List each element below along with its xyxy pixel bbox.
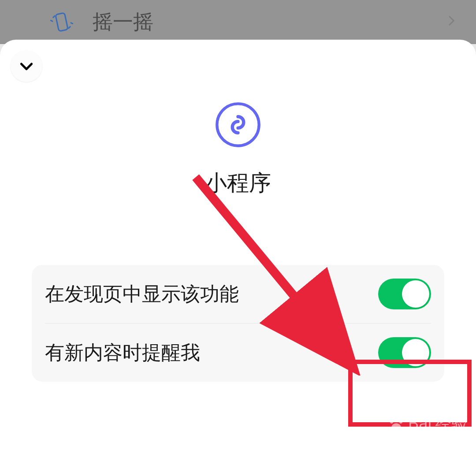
setting-label: 在发现页中显示该功能 bbox=[45, 281, 239, 307]
show-in-discover-toggle[interactable] bbox=[378, 279, 431, 309]
shake-label: 摇一摇 bbox=[93, 8, 427, 36]
settings-block: 在发现页中显示该功能 有新内容时提醒我 bbox=[32, 265, 444, 382]
svg-rect-0 bbox=[56, 13, 68, 31]
setting-row-show-in-discover: 在发现页中显示该功能 bbox=[45, 265, 431, 323]
setting-label: 有新内容时提醒我 bbox=[45, 340, 200, 366]
chevron-down-icon bbox=[18, 57, 35, 75]
miniprogram-icon bbox=[214, 100, 262, 149]
feature-title: 小程序 bbox=[205, 168, 271, 198]
setting-row-notify-new: 有新内容时提醒我 bbox=[45, 324, 431, 382]
feature-header: 小程序 bbox=[12, 100, 464, 198]
feature-settings-sheet: 小程序 在发现页中显示该功能 有新内容时提醒我 bbox=[0, 40, 476, 450]
notify-new-toggle[interactable] bbox=[378, 337, 431, 368]
toggle-knob bbox=[402, 339, 429, 366]
shake-row[interactable]: 摇一摇 bbox=[18, 8, 458, 36]
toggle-knob bbox=[402, 280, 429, 308]
chevron-right-icon bbox=[444, 13, 458, 32]
shake-icon bbox=[48, 9, 75, 35]
close-sheet-button[interactable] bbox=[11, 50, 42, 82]
svg-point-1 bbox=[217, 104, 259, 145]
background-discover-row: 摇一摇 bbox=[0, 0, 476, 44]
